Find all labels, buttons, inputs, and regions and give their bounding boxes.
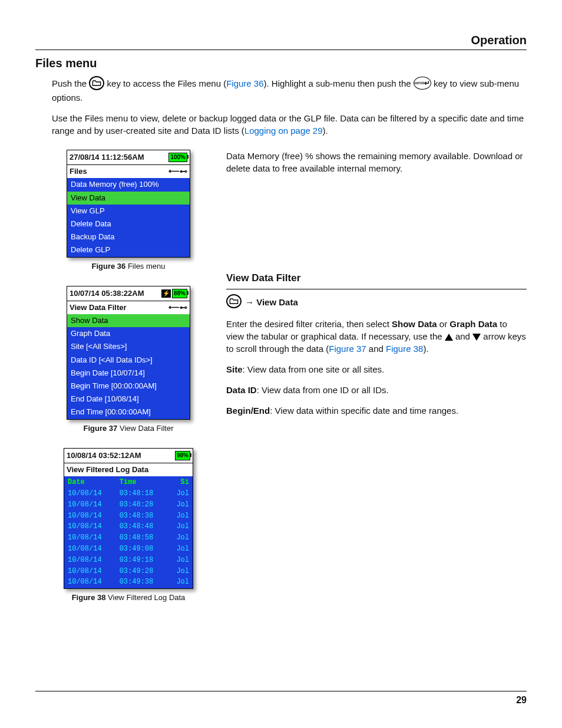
menu-item: End Time [00:00:00AM] (67, 406, 190, 419)
header-rule (35, 50, 527, 50)
datetime: 27/08/14 11:12:56AM (70, 152, 144, 163)
menu-item: Delete Data (67, 218, 190, 230)
menu-item: Begin Date [10/07/14] (67, 367, 190, 380)
footer-rule (35, 691, 527, 691)
menu-item: View GLP (67, 205, 190, 218)
text: ). Highlight a sub-menu then push the (264, 78, 414, 88)
datetime: 10/07/14 05:38:22AM (70, 288, 144, 299)
datetime: 10/08/14 03:52:12AM (67, 450, 141, 461)
menu-item: Site [<All Sites>] (67, 340, 190, 353)
vdf-para-1: Enter the desired filter criteria, then … (226, 318, 527, 355)
menu-item: Delete GLP (67, 243, 190, 256)
folder-key-icon (226, 294, 242, 308)
battery-icon: 98% (175, 451, 190, 460)
view-data-filter-heading: View Data Filter (226, 271, 527, 285)
col-header: Date (65, 477, 116, 487)
log-data-table: Date Time Si 10/08/1403:48:18Jol 10/08/1… (64, 476, 193, 588)
menu-item-selected: View Data (67, 192, 190, 205)
menu-item: Graph Data (67, 327, 190, 340)
filter-menu-list: Show Data Graph Data Site [<All Sites>] … (67, 314, 190, 419)
menu-item: Backup Data (67, 230, 190, 243)
link-figure-37[interactable]: Figure 37 (329, 344, 366, 354)
menu-item: Data ID [<All Data IDs>] (67, 354, 190, 367)
battery-icon: 100% (168, 153, 187, 162)
charging-icon: ⚡ (161, 289, 171, 298)
menu-item: Begin Time [00:00:00AM] (67, 380, 190, 393)
figure-36-screen: 27/08/14 11:12:56AM 100% Files ⟵⊷ Data M… (67, 150, 190, 258)
screen-title: Files (70, 166, 87, 177)
screen-title: View Filtered Log Data (67, 465, 148, 475)
text: ). (322, 126, 328, 136)
up-arrow-icon (445, 334, 453, 341)
down-arrow-icon (472, 334, 481, 341)
usb-icon: ⟵⊷ (168, 302, 187, 313)
header-section-title: Operation (35, 32, 527, 50)
fig36-description: Data Memory (free) % shows the remaining… (226, 150, 527, 174)
figure-37-screen: 10/07/14 05:38:22AM ⚡88% View Data Filte… (67, 286, 190, 420)
menu-item: Data Memory (free) 100% (67, 178, 190, 191)
link-logging[interactable]: Logging on page 29 (244, 126, 323, 136)
menu-item: End Date [10/08/14] (67, 393, 190, 406)
folder-key-icon (89, 76, 104, 90)
figure-38-caption: Figure 38 View Filtered Log Data (52, 592, 205, 603)
figure-36-caption: Figure 36 Files menu (52, 261, 205, 272)
text: key to access the Files menu ( (107, 78, 227, 88)
col-header: Si (168, 477, 191, 487)
nav-text: → View Data (245, 296, 298, 308)
site-desc: Site: View data from one site or all sit… (226, 363, 527, 375)
intro-para-1: Push the key to access the Files menu (F… (52, 77, 527, 104)
beginend-desc: Begin/End: View data within specific dat… (226, 404, 527, 417)
page-number: 29 (516, 694, 527, 707)
enter-key-icon: ENTER↵ (414, 77, 431, 90)
figure-38-screen: 10/08/14 03:52:12AM 98% View Filtered Lo… (64, 448, 193, 589)
page-title: Files menu (35, 55, 527, 71)
link-figure-36[interactable]: Figure 36 (226, 78, 263, 88)
files-menu-list: Data Memory (free) 100% View Data View G… (67, 178, 190, 256)
dataid-desc: Data ID: View data from one ID or all ID… (226, 384, 527, 396)
intro-para-2: Use the Files menu to view, delete or ba… (52, 112, 527, 137)
battery-icon: 88% (172, 289, 187, 298)
subsection-rule (226, 289, 527, 289)
nav-breadcrumb: → View Data (226, 295, 527, 309)
text: Push the (52, 78, 89, 88)
figure-37-caption: Figure 37 View Data Filter (52, 423, 205, 434)
link-figure-38[interactable]: Figure 38 (386, 344, 423, 354)
screen-title: View Data Filter (70, 302, 127, 313)
usb-icon: ⟵⊷ (168, 166, 187, 177)
menu-item-selected: Show Data (67, 314, 190, 327)
col-header: Time (117, 477, 168, 487)
